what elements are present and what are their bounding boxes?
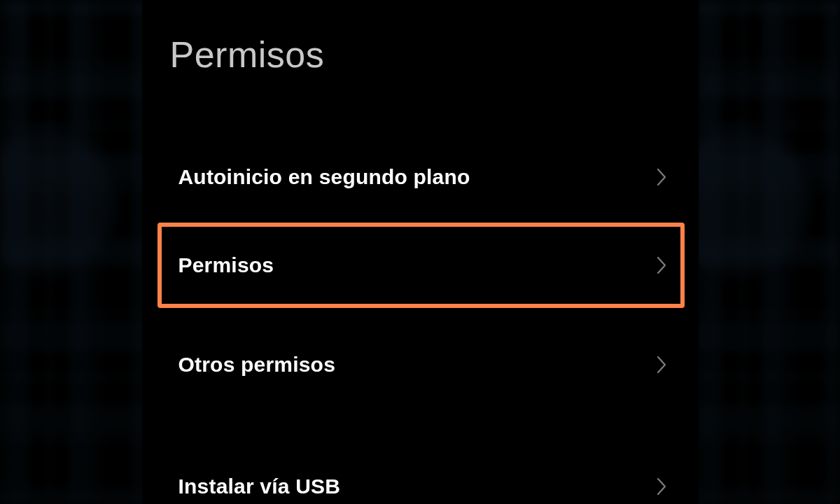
background-right xyxy=(693,0,840,504)
spacer xyxy=(142,304,699,326)
list-item-label: Otros permisos xyxy=(178,353,336,377)
list-item-permisos[interactable]: Permisos xyxy=(142,227,699,304)
list-item-autoinicio[interactable]: Autoinicio en segundo plano xyxy=(142,139,699,216)
settings-panel: Permisos Autoinicio en segundo plano Per… xyxy=(142,0,699,504)
permissions-list: Autoinicio en segundo plano Permisos Otr… xyxy=(142,139,699,504)
list-item-otros-permisos[interactable]: Otros permisos xyxy=(142,326,699,403)
list-item-label: Instalar vía USB xyxy=(178,475,341,498)
background-left xyxy=(0,0,147,504)
list-item-label: Permisos xyxy=(178,253,274,277)
list-item-instalar-usb[interactable]: Instalar vía USB xyxy=(142,448,699,504)
spacer xyxy=(142,216,699,227)
page-title: Permisos xyxy=(142,0,699,139)
chevron-right-icon xyxy=(655,354,668,375)
chevron-right-icon xyxy=(655,476,668,497)
chevron-right-icon xyxy=(655,167,668,188)
chevron-right-icon xyxy=(655,255,668,276)
spacer xyxy=(142,403,699,448)
list-item-label: Autoinicio en segundo plano xyxy=(178,165,470,189)
